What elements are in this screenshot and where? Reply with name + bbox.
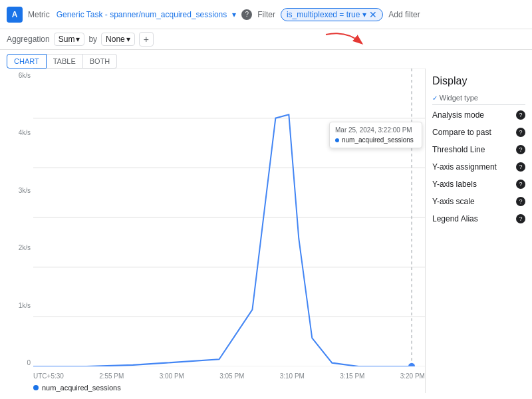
x-axis: UTC+5:30 2:55 PM 3:00 PM 3:05 PM 3:10 PM…: [33, 372, 425, 380]
y-axis-scale-label: Y-axis scale: [432, 197, 475, 206]
sum-value: Sum: [59, 35, 75, 44]
filter-label: Filter: [257, 10, 275, 19]
y-axis-scale-help-icon[interactable]: ?: [516, 197, 525, 206]
account-badge[interactable]: A: [7, 7, 23, 23]
x-label-315: 3:15 PM: [340, 372, 364, 380]
by-label: by: [88, 35, 97, 44]
threshold-line-help-icon[interactable]: ?: [516, 145, 525, 154]
panel-threshold-line[interactable]: Threshold Line ?: [432, 145, 525, 154]
metric-selector[interactable]: Generic Task - spanner/num_acquired_sess…: [57, 10, 227, 19]
aggregation-bar: Aggregation Sum ▾ by None ▾ +: [0, 29, 532, 50]
filter-dropdown-icon[interactable]: ▾: [362, 10, 366, 19]
metric-help-icon[interactable]: ?: [241, 9, 252, 20]
y-label-3k: 3k/s: [19, 187, 31, 194]
y-axis-assignment-label: Y-axis assignment: [432, 162, 497, 172]
metric-dropdown-icon[interactable]: ▾: [232, 10, 236, 19]
none-dropdown-icon: ▾: [126, 35, 130, 44]
none-value: None: [106, 35, 125, 44]
tab-chart[interactable]: CHART: [7, 54, 47, 68]
widget-type-header: ✓ Widget type: [432, 94, 525, 105]
analysis-mode-help-icon[interactable]: ?: [516, 110, 525, 120]
widget-type-check: ✓: [432, 94, 440, 102]
y-axis-labels-help-icon[interactable]: ?: [516, 180, 525, 189]
none-selector[interactable]: None ▾: [101, 33, 135, 46]
filter-chip-close-icon[interactable]: ✕: [369, 10, 377, 19]
sum-selector[interactable]: Sum ▾: [54, 33, 85, 46]
y-label-0: 0: [27, 359, 31, 366]
main-area: 6k/s 4k/s 3k/s 2k/s 1k/s 0 UTC: [0, 68, 532, 393]
top-bar: A Metric Generic Task - spanner/num_acqu…: [0, 0, 532, 29]
legend-text: num_acquired_sessions: [42, 384, 121, 392]
panel-y-axis-labels[interactable]: Y-axis labels ?: [432, 180, 525, 189]
filter-chip-value: is_multiplexed = true: [287, 10, 360, 19]
x-label-utc: UTC+5:30: [33, 372, 64, 380]
chart-legend: num_acquired_sessions: [33, 384, 121, 392]
threshold-line-label: Threshold Line: [432, 145, 485, 154]
panel-compare-to-past[interactable]: Compare to past ?: [432, 128, 525, 137]
y-label-1k: 1k/s: [19, 302, 31, 309]
y-axis-assignment-help-icon[interactable]: ?: [516, 162, 525, 172]
view-tabs: CHART TABLE BOTH: [0, 50, 532, 68]
x-label-300: 3:00 PM: [160, 372, 184, 380]
metric-label: Metric: [28, 10, 50, 19]
tab-table[interactable]: TABLE: [47, 54, 83, 68]
display-panel-title: Display: [432, 75, 525, 87]
filter-chip[interactable]: is_multiplexed = true ▾ ✕: [281, 8, 383, 21]
legend-alias-label: Legend Alias: [432, 214, 478, 223]
y-label-2k: 2k/s: [19, 244, 31, 251]
panel-analysis-mode[interactable]: Analysis mode ?: [432, 110, 525, 120]
panel-y-axis-scale[interactable]: Y-axis scale ?: [432, 197, 525, 206]
aggregation-label: Aggregation: [7, 35, 50, 44]
legend-alias-help-icon[interactable]: ?: [516, 214, 525, 223]
panel-legend-alias[interactable]: Legend Alias ?: [432, 214, 525, 223]
add-aggregation-button[interactable]: +: [139, 32, 154, 47]
y-axis: 6k/s 4k/s 3k/s 2k/s 1k/s 0: [0, 68, 33, 366]
x-label-310: 3:10 PM: [280, 372, 305, 380]
chart-end-dot: [408, 363, 415, 366]
y-label-4k: 4k/s: [19, 129, 31, 136]
display-panel: Display ✓ Widget type Analysis mode ? Co…: [426, 68, 532, 393]
tab-both[interactable]: BOTH: [83, 54, 118, 68]
y-axis-labels-label: Y-axis labels: [432, 180, 477, 189]
compare-to-past-help-icon[interactable]: ?: [516, 128, 525, 137]
y-label-6k: 6k/s: [19, 72, 31, 79]
x-label-255: 2:55 PM: [99, 372, 124, 380]
chart-area: 6k/s 4k/s 3k/s 2k/s 1k/s 0 UTC: [0, 68, 426, 393]
x-label-305: 3:05 PM: [219, 372, 244, 380]
add-filter-button[interactable]: Add filter: [388, 10, 420, 19]
legend-dot: [33, 385, 39, 390]
compare-to-past-label: Compare to past: [432, 128, 491, 137]
chart-line: [33, 114, 412, 366]
line-chart: [33, 68, 425, 366]
sum-dropdown-icon: ▾: [76, 35, 80, 44]
panel-y-axis-assignment[interactable]: Y-axis assignment ?: [432, 162, 525, 172]
x-label-320: 3:20 PM: [400, 372, 425, 380]
analysis-mode-label: Analysis mode: [432, 110, 484, 120]
